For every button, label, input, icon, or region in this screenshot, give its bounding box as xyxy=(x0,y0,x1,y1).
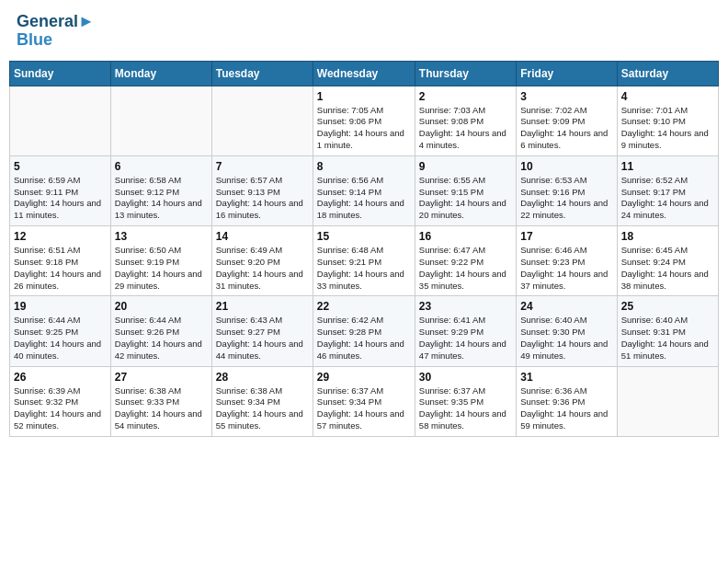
day-number: 15 xyxy=(317,230,411,243)
day-info: Sunrise: 7:05 AMSunset: 9:06 PMDaylight:… xyxy=(317,105,411,152)
calendar-cell: 7Sunrise: 6:57 AMSunset: 9:13 PMDaylight… xyxy=(211,155,313,225)
day-number: 29 xyxy=(317,371,411,384)
weekday-header-sunday: Sunday xyxy=(10,61,111,86)
weekday-header-thursday: Thursday xyxy=(415,61,516,86)
calendar-week-1: 1Sunrise: 7:05 AMSunset: 9:06 PMDaylight… xyxy=(10,86,719,155)
page-header: General►Blue xyxy=(9,9,719,53)
calendar-header-row: SundayMondayTuesdayWednesdayThursdayFrid… xyxy=(10,61,719,86)
day-number: 12 xyxy=(14,230,107,243)
day-number: 1 xyxy=(317,90,411,103)
day-info: Sunrise: 6:44 AMSunset: 9:25 PMDaylight:… xyxy=(14,315,107,362)
calendar-body: 1Sunrise: 7:05 AMSunset: 9:06 PMDaylight… xyxy=(10,86,719,436)
weekday-header-wednesday: Wednesday xyxy=(313,61,415,86)
calendar-cell: 10Sunrise: 6:53 AMSunset: 9:16 PMDayligh… xyxy=(517,155,617,225)
day-info: Sunrise: 6:37 AMSunset: 9:34 PMDaylight:… xyxy=(317,385,411,432)
day-info: Sunrise: 6:48 AMSunset: 9:21 PMDaylight:… xyxy=(317,245,411,292)
calendar-week-4: 19Sunrise: 6:44 AMSunset: 9:25 PMDayligh… xyxy=(10,296,719,366)
day-number: 2 xyxy=(419,90,512,103)
calendar-week-2: 5Sunrise: 6:59 AMSunset: 9:11 PMDaylight… xyxy=(10,155,719,225)
calendar-cell: 1Sunrise: 7:05 AMSunset: 9:06 PMDaylight… xyxy=(313,86,415,155)
day-info: Sunrise: 6:45 AMSunset: 9:24 PMDaylight:… xyxy=(621,245,714,292)
calendar-table: SundayMondayTuesdayWednesdayThursdayFrid… xyxy=(9,61,719,437)
day-number: 30 xyxy=(419,371,512,384)
day-info: Sunrise: 6:53 AMSunset: 9:16 PMDaylight:… xyxy=(520,175,612,222)
day-info: Sunrise: 7:01 AMSunset: 9:10 PMDaylight:… xyxy=(621,105,714,152)
weekday-header-saturday: Saturday xyxy=(617,61,718,86)
day-number: 23 xyxy=(419,300,512,313)
day-info: Sunrise: 6:36 AMSunset: 9:36 PMDaylight:… xyxy=(520,385,612,432)
logo: General►Blue xyxy=(17,13,95,50)
day-info: Sunrise: 6:43 AMSunset: 9:27 PMDaylight:… xyxy=(216,315,309,362)
day-number: 27 xyxy=(115,371,208,384)
calendar-cell xyxy=(110,86,211,155)
calendar-cell: 22Sunrise: 6:42 AMSunset: 9:28 PMDayligh… xyxy=(313,296,415,366)
day-number: 17 xyxy=(520,230,612,243)
day-number: 10 xyxy=(520,160,612,173)
calendar-cell: 11Sunrise: 6:52 AMSunset: 9:17 PMDayligh… xyxy=(617,155,718,225)
day-number: 19 xyxy=(14,300,107,313)
day-info: Sunrise: 6:40 AMSunset: 9:30 PMDaylight:… xyxy=(520,315,612,362)
calendar-cell: 30Sunrise: 6:37 AMSunset: 9:35 PMDayligh… xyxy=(415,366,516,436)
calendar-cell: 31Sunrise: 6:36 AMSunset: 9:36 PMDayligh… xyxy=(517,366,617,436)
logo-text: General►Blue xyxy=(17,13,95,50)
day-info: Sunrise: 6:51 AMSunset: 9:18 PMDaylight:… xyxy=(14,245,107,292)
day-info: Sunrise: 6:55 AMSunset: 9:15 PMDaylight:… xyxy=(419,175,512,222)
day-number: 13 xyxy=(115,230,208,243)
calendar-cell: 24Sunrise: 6:40 AMSunset: 9:30 PMDayligh… xyxy=(517,296,617,366)
calendar-cell xyxy=(211,86,313,155)
weekday-header-tuesday: Tuesday xyxy=(211,61,313,86)
calendar-cell: 20Sunrise: 6:44 AMSunset: 9:26 PMDayligh… xyxy=(110,296,211,366)
day-number: 8 xyxy=(317,160,411,173)
day-info: Sunrise: 6:38 AMSunset: 9:34 PMDaylight:… xyxy=(216,385,309,432)
day-info: Sunrise: 6:46 AMSunset: 9:23 PMDaylight:… xyxy=(520,245,612,292)
day-number: 16 xyxy=(419,230,512,243)
calendar-cell: 27Sunrise: 6:38 AMSunset: 9:33 PMDayligh… xyxy=(110,366,211,436)
calendar-cell xyxy=(617,366,718,436)
day-number: 24 xyxy=(520,300,612,313)
day-info: Sunrise: 6:57 AMSunset: 9:13 PMDaylight:… xyxy=(216,175,309,222)
day-info: Sunrise: 6:50 AMSunset: 9:19 PMDaylight:… xyxy=(115,245,208,292)
calendar-cell: 16Sunrise: 6:47 AMSunset: 9:22 PMDayligh… xyxy=(415,226,516,296)
calendar-cell: 28Sunrise: 6:38 AMSunset: 9:34 PMDayligh… xyxy=(211,366,313,436)
day-number: 3 xyxy=(520,90,612,103)
calendar-cell: 4Sunrise: 7:01 AMSunset: 9:10 PMDaylight… xyxy=(617,86,718,155)
day-number: 22 xyxy=(317,300,411,313)
day-info: Sunrise: 6:56 AMSunset: 9:14 PMDaylight:… xyxy=(317,175,411,222)
calendar-cell: 21Sunrise: 6:43 AMSunset: 9:27 PMDayligh… xyxy=(211,296,313,366)
calendar-cell: 25Sunrise: 6:40 AMSunset: 9:31 PMDayligh… xyxy=(617,296,718,366)
calendar-cell: 12Sunrise: 6:51 AMSunset: 9:18 PMDayligh… xyxy=(10,226,111,296)
weekday-header-monday: Monday xyxy=(110,61,211,86)
day-info: Sunrise: 6:38 AMSunset: 9:33 PMDaylight:… xyxy=(115,385,208,432)
calendar-cell: 8Sunrise: 6:56 AMSunset: 9:14 PMDaylight… xyxy=(313,155,415,225)
day-number: 14 xyxy=(216,230,309,243)
day-number: 28 xyxy=(216,371,309,384)
calendar-cell: 18Sunrise: 6:45 AMSunset: 9:24 PMDayligh… xyxy=(617,226,718,296)
day-number: 5 xyxy=(14,160,107,173)
day-info: Sunrise: 6:41 AMSunset: 9:29 PMDaylight:… xyxy=(419,315,512,362)
calendar-cell: 26Sunrise: 6:39 AMSunset: 9:32 PMDayligh… xyxy=(10,366,111,436)
day-info: Sunrise: 6:39 AMSunset: 9:32 PMDaylight:… xyxy=(14,385,107,432)
calendar-cell: 2Sunrise: 7:03 AMSunset: 9:08 PMDaylight… xyxy=(415,86,516,155)
day-info: Sunrise: 7:03 AMSunset: 9:08 PMDaylight:… xyxy=(419,105,512,152)
calendar-cell: 9Sunrise: 6:55 AMSunset: 9:15 PMDaylight… xyxy=(415,155,516,225)
calendar-cell: 17Sunrise: 6:46 AMSunset: 9:23 PMDayligh… xyxy=(517,226,617,296)
calendar-cell xyxy=(10,86,111,155)
day-number: 26 xyxy=(14,371,107,384)
calendar-cell: 14Sunrise: 6:49 AMSunset: 9:20 PMDayligh… xyxy=(211,226,313,296)
day-number: 4 xyxy=(621,90,714,103)
day-number: 25 xyxy=(621,300,714,313)
calendar-cell: 13Sunrise: 6:50 AMSunset: 9:19 PMDayligh… xyxy=(110,226,211,296)
day-info: Sunrise: 6:47 AMSunset: 9:22 PMDaylight:… xyxy=(419,245,512,292)
calendar-cell: 15Sunrise: 6:48 AMSunset: 9:21 PMDayligh… xyxy=(313,226,415,296)
calendar-cell: 29Sunrise: 6:37 AMSunset: 9:34 PMDayligh… xyxy=(313,366,415,436)
calendar-week-3: 12Sunrise: 6:51 AMSunset: 9:18 PMDayligh… xyxy=(10,226,719,296)
day-number: 21 xyxy=(216,300,309,313)
day-info: Sunrise: 6:49 AMSunset: 9:20 PMDaylight:… xyxy=(216,245,309,292)
day-info: Sunrise: 6:59 AMSunset: 9:11 PMDaylight:… xyxy=(14,175,107,222)
day-info: Sunrise: 6:58 AMSunset: 9:12 PMDaylight:… xyxy=(115,175,208,222)
day-number: 31 xyxy=(520,371,612,384)
day-number: 11 xyxy=(621,160,714,173)
day-number: 9 xyxy=(419,160,512,173)
day-number: 7 xyxy=(216,160,309,173)
day-info: Sunrise: 6:44 AMSunset: 9:26 PMDaylight:… xyxy=(115,315,208,362)
